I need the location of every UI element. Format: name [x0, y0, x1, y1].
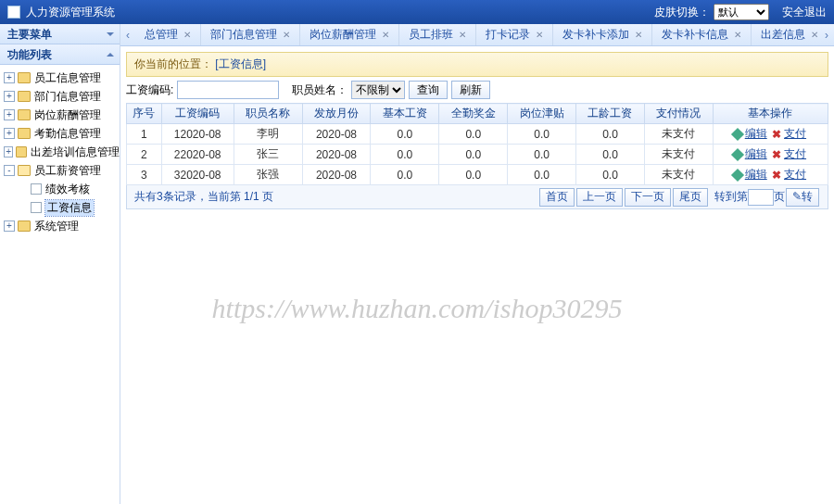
- tab[interactable]: 员工排班✕: [399, 24, 476, 45]
- tab[interactable]: 出差信息✕: [752, 24, 819, 45]
- pager-last[interactable]: 尾页: [673, 188, 708, 207]
- sidebar-menu-header[interactable]: 主要菜单: [0, 24, 120, 44]
- close-icon[interactable]: ✕: [382, 30, 389, 40]
- tree-node[interactable]: +员工信息管理: [0, 69, 120, 87]
- close-icon[interactable]: ✕: [183, 30, 191, 40]
- cell-code: 32020-08: [161, 165, 234, 185]
- tab[interactable]: 发卡补卡信息✕: [652, 24, 752, 45]
- cell-idx: 3: [127, 165, 162, 185]
- plus-icon[interactable]: +: [4, 146, 13, 158]
- column-header: 发放月份: [302, 104, 371, 124]
- sidebar-menu-title: 主要菜单: [7, 24, 52, 44]
- app-title: 人力资源管理系统: [26, 5, 654, 20]
- table-row: 332020-08张强2020-080.00.00.00.0未支付编辑 ✖支付: [127, 165, 828, 185]
- tree-node[interactable]: +部门信息管理: [0, 87, 120, 106]
- column-header: 工资编码: [161, 104, 234, 124]
- cell-actions: 编辑 ✖支付: [713, 165, 828, 185]
- cell-actions: 编辑 ✖支付: [713, 124, 828, 145]
- cell-status: 未支付: [644, 145, 713, 165]
- tab[interactable]: 部门信息管理✕: [201, 24, 300, 45]
- tree-node-label: 工资信息: [45, 200, 94, 216]
- tree-node[interactable]: 工资信息: [0, 198, 120, 217]
- folder-icon: [18, 220, 31, 232]
- sidebar-func-header[interactable]: 功能列表: [0, 44, 120, 65]
- pay-link[interactable]: 支付: [784, 147, 806, 160]
- pay-link[interactable]: 支付: [784, 168, 806, 181]
- code-input[interactable]: [177, 81, 279, 99]
- logout-link[interactable]: 安全退出: [782, 5, 827, 20]
- tree-node-label: 系统管理: [34, 219, 79, 234]
- cell-emp: 张强: [234, 165, 302, 185]
- cell-base: 0.0: [371, 145, 439, 165]
- cell-emp: 张三: [234, 145, 302, 165]
- name-select[interactable]: 不限制: [351, 81, 405, 99]
- breadcrumb-location: [工资信息]: [215, 57, 266, 70]
- collapse-icon[interactable]: [107, 32, 114, 40]
- search-bar: 工资编码: 职员姓名： 不限制 查询 刷新: [126, 81, 828, 99]
- tab[interactable]: 总管理✕: [135, 24, 201, 45]
- column-header: 岗位津贴: [508, 104, 576, 124]
- tab[interactable]: 发卡补卡添加✕: [553, 24, 652, 45]
- tree-node[interactable]: +系统管理: [0, 217, 120, 235]
- salary-table: 序号工资编码职员名称发放月份基本工资全勤奖金岗位津贴工龄工资支付情况基本操作 1…: [126, 103, 828, 185]
- column-header: 基本工资: [371, 104, 439, 124]
- edit-icon: [731, 169, 744, 182]
- tree-node[interactable]: +考勤信息管理: [0, 124, 120, 143]
- refresh-button[interactable]: 刷新: [451, 81, 490, 99]
- column-header: 基本操作: [713, 104, 828, 124]
- close-icon[interactable]: ✕: [536, 30, 543, 40]
- breadcrumb: 你当前的位置： [工资信息]: [126, 52, 828, 77]
- cell-bonus: 0.0: [439, 124, 508, 145]
- tree-node-label: 绩效考核: [45, 182, 90, 197]
- tab-strip: 总管理✕部门信息管理✕岗位薪酬管理✕员工排班✕打卡记录✕发卡补卡添加✕发卡补卡信…: [135, 24, 819, 45]
- table-row: 112020-08李明2020-080.00.00.00.0未支付编辑 ✖支付: [127, 124, 828, 145]
- folder-icon: [16, 146, 27, 158]
- pager-prev[interactable]: 上一页: [576, 188, 623, 207]
- tab-scroll-right[interactable]: ›: [819, 24, 834, 45]
- plus-icon[interactable]: +: [4, 109, 15, 120]
- nav-tree: +员工信息管理+部门信息管理+岗位薪酬管理+考勤信息管理+出差培训信息管理-员工…: [0, 65, 120, 239]
- tab-label: 部门信息管理: [210, 27, 277, 43]
- cell-allow: 0.0: [508, 124, 576, 145]
- close-icon[interactable]: ✕: [459, 30, 466, 40]
- plus-icon[interactable]: +: [4, 128, 15, 139]
- close-icon[interactable]: ✕: [734, 30, 741, 40]
- tree-node[interactable]: -员工薪资管理: [0, 161, 120, 180]
- tab-label: 总管理: [145, 27, 178, 43]
- close-icon[interactable]: ✕: [811, 30, 818, 40]
- tab-label: 岗位薪酬管理: [310, 27, 376, 43]
- tab[interactable]: 岗位薪酬管理✕: [300, 24, 399, 45]
- plus-icon[interactable]: +: [4, 220, 15, 232]
- tab[interactable]: 打卡记录✕: [476, 24, 553, 45]
- column-header: 职员名称: [234, 104, 302, 124]
- pager-first[interactable]: 首页: [539, 188, 575, 207]
- pager-next[interactable]: 下一页: [625, 188, 671, 207]
- minus-icon[interactable]: -: [4, 165, 15, 176]
- close-icon[interactable]: ✕: [283, 30, 290, 40]
- tree-node-label: 员工薪资管理: [34, 163, 101, 179]
- query-button[interactable]: 查询: [409, 81, 448, 99]
- plus-icon[interactable]: +: [4, 91, 15, 102]
- folder-icon: [18, 72, 31, 83]
- pay-link[interactable]: 支付: [784, 127, 806, 140]
- edit-link[interactable]: 编辑: [745, 147, 767, 160]
- plus-icon[interactable]: +: [4, 72, 15, 83]
- tree-node[interactable]: +岗位薪酬管理: [0, 106, 120, 124]
- tree-node[interactable]: 绩效考核: [0, 180, 120, 198]
- pager-go-button[interactable]: ✎转: [786, 188, 819, 207]
- delete-icon: ✖: [772, 169, 781, 182]
- cell-month: 2020-08: [302, 145, 371, 165]
- edit-link[interactable]: 编辑: [745, 168, 767, 181]
- edit-icon: [731, 128, 744, 141]
- skin-select[interactable]: 默认: [714, 4, 769, 20]
- pager-goto-input[interactable]: [748, 189, 774, 206]
- close-icon[interactable]: ✕: [635, 30, 642, 40]
- edit-icon: [731, 148, 744, 161]
- tree-node[interactable]: +出差培训信息管理: [0, 143, 120, 161]
- tab-scroll-left[interactable]: ‹: [120, 24, 135, 45]
- cell-month: 2020-08: [302, 124, 371, 145]
- expand-icon[interactable]: [107, 49, 114, 57]
- column-header: 工龄工资: [576, 104, 645, 124]
- main-area: ‹ 总管理✕部门信息管理✕岗位薪酬管理✕员工排班✕打卡记录✕发卡补卡添加✕发卡补…: [120, 24, 834, 504]
- edit-link[interactable]: 编辑: [745, 127, 767, 140]
